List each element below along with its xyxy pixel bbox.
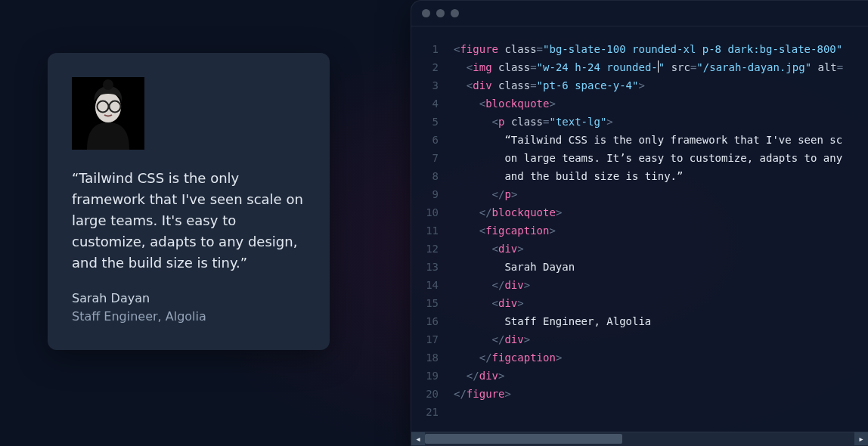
line-number: 15	[411, 294, 439, 312]
line-number: 3	[411, 76, 439, 94]
code-line: on large teams. It’s easy to customize, …	[454, 149, 868, 167]
code-line: <p class="text-lg">	[454, 113, 868, 131]
testimonial-quote: “Tailwind CSS is the only framework that…	[72, 168, 305, 273]
window-dot-close[interactable]	[422, 9, 430, 17]
line-number: 7	[411, 149, 439, 167]
code-area[interactable]: 123456789101112131415161718192021 <figur…	[411, 26, 868, 432]
code-line: </div>	[454, 276, 868, 294]
line-number: 4	[411, 94, 439, 113]
code-line: <div>	[454, 240, 868, 258]
code-line: “Tailwind CSS is the only framework that…	[454, 131, 868, 149]
code-line: and the build size is tiny.”	[454, 167, 868, 185]
code-line: Staff Engineer, Algolia	[454, 312, 868, 330]
code-line: </figcaption>	[454, 348, 868, 367]
testimonial-card: “Tailwind CSS is the only framework that…	[48, 53, 330, 350]
line-number: 21	[411, 403, 439, 421]
code-line: <blockquote>	[454, 94, 868, 113]
line-number: 9	[411, 185, 439, 203]
horizontal-scrollbar[interactable]: ◂ ▸	[411, 432, 868, 445]
code-line: Sarah Dayan	[454, 258, 868, 276]
testimonial-caption: Sarah Dayan Staff Engineer, Algolia	[72, 290, 305, 326]
line-number: 8	[411, 167, 439, 185]
code-content[interactable]: <figure class="bg-slate-100 rounded-xl p…	[446, 40, 868, 432]
line-number: 17	[411, 330, 439, 348]
window-dot-minimize[interactable]	[436, 9, 445, 17]
line-number: 13	[411, 258, 439, 276]
line-number: 5	[411, 113, 439, 131]
code-line: <figcaption>	[454, 221, 868, 240]
testimonial-name: Sarah Dayan	[72, 290, 305, 308]
code-line: </figure>	[454, 385, 868, 403]
line-number: 6	[411, 131, 439, 149]
scrollbar-thumb[interactable]	[425, 434, 622, 444]
line-number: 16	[411, 312, 439, 330]
scrollbar-track[interactable]	[425, 432, 854, 445]
line-number: 10	[411, 203, 439, 221]
line-number: 2	[411, 58, 439, 76]
testimonial-role: Staff Engineer, Algolia	[72, 308, 305, 326]
code-line: </div>	[454, 330, 868, 348]
code-line: <figure class="bg-slate-100 rounded-xl p…	[454, 40, 868, 58]
code-line: <div>	[454, 294, 868, 312]
svg-point-5	[103, 79, 113, 90]
line-number: 1	[411, 40, 439, 58]
line-number-gutter: 123456789101112131415161718192021	[411, 40, 446, 432]
scroll-left-arrow[interactable]: ◂	[411, 432, 425, 445]
code-editor: 123456789101112131415161718192021 <figur…	[411, 0, 868, 446]
scroll-right-arrow[interactable]: ▸	[854, 432, 868, 445]
line-number: 19	[411, 367, 439, 385]
code-line	[454, 403, 868, 421]
code-line: <div class="pt-6 space-y-4">	[454, 76, 868, 94]
avatar-image	[72, 77, 144, 150]
line-number: 14	[411, 276, 439, 294]
avatar	[72, 77, 144, 150]
line-number: 12	[411, 240, 439, 258]
code-line: </blockquote>	[454, 203, 868, 221]
editor-titlebar	[411, 1, 868, 26]
code-line: <img class="w-24 h-24 rounded-" src="/sa…	[454, 58, 868, 76]
code-line: </p>	[454, 185, 868, 203]
code-line: </div>	[454, 367, 868, 385]
line-number: 11	[411, 221, 439, 240]
line-number: 18	[411, 348, 439, 367]
window-dot-zoom[interactable]	[451, 9, 459, 17]
line-number: 20	[411, 385, 439, 403]
